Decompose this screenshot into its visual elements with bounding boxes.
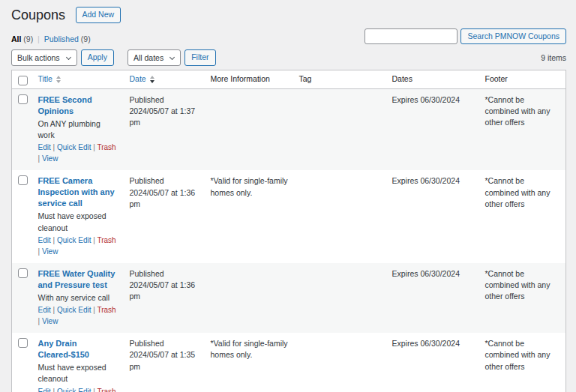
publish-status: Published xyxy=(130,95,164,104)
dates-cell: Expires 06/30/2024 xyxy=(387,333,480,392)
trash-link[interactable]: Trash xyxy=(97,143,116,151)
dates-cell: Expires 06/30/2024 xyxy=(387,170,480,262)
publish-datetime: 2024/05/07 at 1:36 pm xyxy=(130,280,196,301)
trash-link[interactable]: Trash xyxy=(97,388,116,392)
items-count: 9 items xyxy=(541,53,566,62)
date-cell: Published2024/05/07 at 1:36 pm xyxy=(124,263,206,333)
page-title: Coupons xyxy=(11,5,65,24)
all-link[interactable]: All xyxy=(11,34,21,43)
chevron-down-icon xyxy=(66,55,71,60)
table-row: FREE Water Quality and Pressure testWith… xyxy=(12,263,566,333)
view-filter-all: All (9) xyxy=(11,34,35,43)
row-checkbox[interactable] xyxy=(18,175,28,185)
coupon-title-link[interactable]: FREE Camera Inspection with any service … xyxy=(38,175,119,209)
filter-button[interactable]: Filter xyxy=(184,49,215,66)
views-and-search-row: All (9) | Published (9) Search PMNOW Cou… xyxy=(11,28,566,45)
view-link[interactable]: View xyxy=(42,154,58,163)
published-link[interactable]: Published xyxy=(44,34,79,43)
footer-cell: *Cannot be combined with any other offer… xyxy=(480,333,566,392)
coupon-subtitle: Must have exposed cleanout xyxy=(38,362,119,385)
row-checkbox[interactable] xyxy=(18,94,28,104)
publish-status: Published xyxy=(130,176,164,185)
date-cell: Published2024/05/07 at 1:37 pm xyxy=(124,88,206,170)
apply-button[interactable]: Apply xyxy=(81,49,114,66)
table-header: Title Date More Information Tag Dates Fo… xyxy=(12,70,566,89)
quick-edit-link[interactable]: Quick Edit xyxy=(57,143,92,151)
table-row: FREE Camera Inspection with any service … xyxy=(12,170,566,262)
footer-cell: *Cannot be combined with any other offer… xyxy=(480,263,566,333)
sort-icon xyxy=(56,76,61,83)
bulk-actions-label: Bulk actions xyxy=(17,53,60,62)
row-checkbox[interactable] xyxy=(18,338,28,348)
sort-by-title-link[interactable]: Title xyxy=(38,74,61,83)
column-tag: Tag xyxy=(294,70,387,89)
column-footer: Footer xyxy=(480,70,566,89)
publish-datetime: 2024/05/07 at 1:36 pm xyxy=(130,188,196,208)
view-link[interactable]: View xyxy=(42,247,58,256)
trash-link[interactable]: Trash xyxy=(97,236,116,244)
tag-cell xyxy=(294,333,387,392)
table-toolbar: Bulk actions Apply All dates Filter 9 it… xyxy=(11,49,566,66)
search-box: Search PMNOW Coupons xyxy=(364,28,566,45)
quick-edit-link[interactable]: Quick Edit xyxy=(57,306,92,314)
edit-link[interactable]: Edit xyxy=(38,236,51,244)
publish-datetime: 2024/05/07 at 1:35 pm xyxy=(130,350,196,370)
bulk-actions-select[interactable]: Bulk actions xyxy=(11,49,77,66)
coupon-title-link[interactable]: FREE Second Opinions xyxy=(38,94,119,117)
row-actions: Edit | Quick Edit | Trash | View xyxy=(38,304,119,327)
coupons-admin-page: Coupons Add New All (9) | Published (9) … xyxy=(0,0,576,392)
view-link[interactable]: View xyxy=(42,317,58,325)
more-information-cell: *Valid for single-family homes only. xyxy=(206,170,294,262)
select-all-checkbox[interactable] xyxy=(18,76,28,85)
dates-cell: Expires 06/30/2024 xyxy=(387,88,480,170)
publish-status: Published xyxy=(130,339,164,348)
more-information-cell: *Valid for single-family homes only. xyxy=(206,333,294,392)
coupon-title-link[interactable]: Any Drain Cleared-$150 xyxy=(38,338,119,361)
publish-status: Published xyxy=(130,269,164,278)
view-filter-published: Published (9) xyxy=(42,34,91,43)
published-count: (9) xyxy=(81,34,91,43)
column-title-label: Title xyxy=(38,74,52,83)
trash-link[interactable]: Trash xyxy=(97,306,116,314)
tag-cell xyxy=(294,263,387,333)
sort-by-date-link[interactable]: Date xyxy=(130,74,154,83)
date-filter-select[interactable]: All dates xyxy=(128,49,181,66)
tag-cell xyxy=(294,88,387,170)
view-filter-links: All (9) | Published (9) xyxy=(11,34,91,43)
coupons-table-body: FREE Second OpinionsOn ANY plumbing work… xyxy=(12,88,566,392)
footer-cell: *Cannot be combined with any other offer… xyxy=(480,88,566,170)
edit-link[interactable]: Edit xyxy=(38,388,51,392)
more-information-cell xyxy=(206,263,294,333)
date-cell: Published2024/05/07 at 1:36 pm xyxy=(124,170,206,262)
publish-datetime: 2024/05/07 at 1:37 pm xyxy=(130,106,196,127)
all-count: (9) xyxy=(23,34,33,43)
row-checkbox[interactable] xyxy=(18,268,28,278)
column-date-label: Date xyxy=(130,74,146,83)
quick-edit-link[interactable]: Quick Edit xyxy=(57,388,92,392)
view-separator: | xyxy=(35,34,42,43)
quick-edit-link[interactable]: Quick Edit xyxy=(57,236,92,244)
table-row: Any Drain Cleared-$150Must have exposed … xyxy=(12,333,566,392)
page-header: Coupons Add New xyxy=(11,4,566,25)
table-row: FREE Second OpinionsOn ANY plumbing work… xyxy=(12,88,566,170)
coupon-subtitle: With any service call xyxy=(38,292,119,304)
sort-desc-icon xyxy=(150,76,154,83)
chevron-down-icon xyxy=(170,55,175,60)
row-actions: Edit | Quick Edit | Trash | View xyxy=(38,235,119,257)
coupon-title-link[interactable]: FREE Water Quality and Pressure test xyxy=(38,268,119,291)
search-input[interactable] xyxy=(364,28,458,44)
date-filter-label: All dates xyxy=(134,53,164,62)
search-submit-button[interactable]: Search PMNOW Coupons xyxy=(460,28,566,45)
dates-cell: Expires 06/30/2024 xyxy=(387,263,480,333)
coupon-subtitle: Must have exposed cleanout xyxy=(38,211,119,233)
more-information-cell xyxy=(206,88,294,170)
edit-link[interactable]: Edit xyxy=(38,306,51,314)
add-new-button[interactable]: Add New xyxy=(76,7,122,23)
edit-link[interactable]: Edit xyxy=(38,143,51,151)
column-dates: Dates xyxy=(387,70,480,89)
footer-cell: *Cannot be combined with any other offer… xyxy=(480,170,566,262)
coupons-table: Title Date More Information Tag Dates Fo… xyxy=(11,70,566,392)
tag-cell xyxy=(294,170,387,262)
coupon-subtitle: On ANY plumbing work xyxy=(38,118,119,141)
row-actions: Edit | Quick Edit | Trash | View xyxy=(38,386,119,392)
